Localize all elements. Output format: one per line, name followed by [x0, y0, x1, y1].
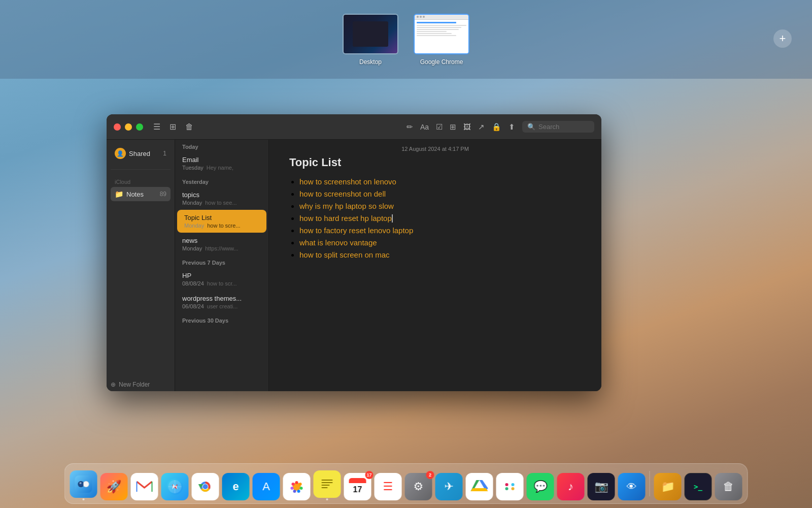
- search-input[interactable]: [538, 123, 589, 131]
- note-editor: 12 August 2024 at 4:17 PM Topic List how…: [269, 140, 601, 391]
- dock-item-reminders[interactable]: ☰: [375, 473, 402, 500]
- note-preview-news: https://www...: [205, 245, 238, 251]
- note-link-6[interactable]: what is lenovo vantage: [299, 238, 377, 247]
- drive-icon: [466, 473, 493, 500]
- calendar-badge: 17: [365, 471, 373, 479]
- chrome-icon: [192, 473, 219, 500]
- format-icon[interactable]: Aa: [420, 123, 429, 131]
- dock-item-edge[interactable]: e: [222, 473, 250, 500]
- list-item: what is lenovo vantage: [299, 238, 581, 247]
- note-link-1[interactable]: how to screenshot on lenovo: [299, 177, 396, 186]
- dock-item-photos[interactable]: [283, 473, 311, 500]
- delete-icon[interactable]: 🗑: [185, 122, 193, 132]
- dock-item-whatsapp[interactable]: 💬: [527, 473, 554, 500]
- svg-point-22: [300, 487, 303, 490]
- dock-item-notes[interactable]: [314, 470, 341, 500]
- svg-rect-29: [322, 482, 333, 483]
- dock-item-music[interactable]: ♪: [557, 473, 585, 500]
- note-content[interactable]: Topic List how to screenshot on lenovo h…: [269, 156, 601, 391]
- section-header-prev7: Previous 7 Days: [175, 256, 268, 268]
- note-item-wordpress[interactable]: wordpress themes... 06/08/24 user creati…: [175, 291, 268, 313]
- folder-dock-icon: 📁: [654, 473, 682, 500]
- notes-icon: [314, 470, 341, 498]
- dock-item-chrome[interactable]: [192, 473, 219, 500]
- sidebar-icloud-section: iCloud 📁 Notes 89: [107, 172, 175, 206]
- media-icon[interactable]: 🖼: [463, 122, 471, 131]
- dock-item-drive[interactable]: [466, 473, 493, 500]
- dock-item-iterm[interactable]: >_: [685, 473, 712, 500]
- note-link-5[interactable]: how to factory reset lenovo laptop: [299, 226, 413, 235]
- add-space-button[interactable]: +: [773, 29, 792, 48]
- close-button[interactable]: [114, 123, 121, 131]
- notes-window: ☰ ⊞ 🗑 ✏ Aa ☑ ⊞ 🖼 ↗ 🔒 ⬆ 🔍 👤 S: [107, 114, 601, 391]
- svg-text:17: 17: [353, 485, 362, 494]
- dock-item-settings[interactable]: 2 ⚙: [405, 473, 432, 500]
- note-item-topics[interactable]: topics Monday how to see...: [175, 187, 268, 210]
- dock-item-preview[interactable]: 👁: [618, 473, 646, 500]
- grid-view-icon[interactable]: ⊞: [170, 122, 176, 132]
- table-icon[interactable]: ⊞: [450, 122, 456, 132]
- section-header-yesterday: Yesterday: [175, 175, 268, 187]
- whatsapp-icon: 💬: [527, 473, 554, 500]
- dock-item-telegram[interactable]: ✈: [435, 473, 463, 500]
- lock-icon[interactable]: 🔒: [492, 122, 501, 132]
- note-item-news[interactable]: news Monday https://www...: [175, 233, 268, 256]
- section-header-today: Today: [175, 140, 268, 152]
- dock-item-slack[interactable]: [496, 473, 524, 500]
- note-link-2[interactable]: how to screenshot on dell: [299, 189, 386, 198]
- note-link-3[interactable]: why is my hp laptop so slow: [299, 202, 394, 210]
- fullscreen-button[interactable]: [136, 123, 143, 131]
- icloud-label: iCloud: [111, 177, 171, 187]
- note-title-wordpress: wordpress themes...: [182, 295, 261, 302]
- note-preview-email: Hey name,: [207, 165, 233, 171]
- dock-item-appstore[interactable]: A: [253, 473, 280, 500]
- space-desktop[interactable]: Desktop: [343, 14, 398, 66]
- note-link-7[interactable]: how to split screen on mac: [299, 250, 390, 259]
- sidebar-item-shared[interactable]: 👤 Shared 1: [111, 145, 171, 162]
- dock-item-safari[interactable]: [161, 473, 189, 500]
- checklist-icon[interactable]: ☑: [436, 122, 443, 132]
- toolbar-icons: ☰ ⊞ 🗑: [153, 122, 193, 132]
- share-icon[interactable]: ↗: [478, 122, 485, 132]
- dock-item-trash[interactable]: 🗑: [715, 473, 742, 500]
- note-item-email[interactable]: Email Tuesday Hey name,: [175, 152, 268, 175]
- note-meta-wordpress: 06/08/24 user creati...: [182, 303, 261, 309]
- new-folder-icon: ⊕: [111, 381, 116, 388]
- list-item-empty: [299, 263, 581, 271]
- svg-rect-30: [322, 485, 330, 486]
- list-item: how to factory reset lenovo laptop: [299, 226, 581, 235]
- svg-rect-45: [505, 484, 509, 486]
- svg-point-43: [505, 487, 509, 490]
- note-date-topics: Monday: [182, 200, 202, 206]
- note-preview-topic-list: how to scre...: [207, 223, 240, 229]
- search-bar[interactable]: 🔍: [522, 121, 594, 133]
- sidebar-item-notes[interactable]: 📁 Notes 89: [111, 187, 171, 201]
- svg-rect-28: [322, 480, 333, 481]
- settings-badge: 2: [426, 471, 434, 479]
- note-item-topic-list[interactable]: Topic List Monday how to scre...: [177, 210, 266, 233]
- dock-item-folder[interactable]: 📁: [654, 473, 682, 500]
- music-icon: ♪: [557, 473, 585, 500]
- dock-item-calendar[interactable]: 17 17: [344, 473, 371, 500]
- traffic-lights: [114, 123, 143, 131]
- list-view-icon[interactable]: ☰: [153, 122, 160, 132]
- note-item-hp[interactable]: HP 08/08/24 how to scr...: [175, 268, 268, 291]
- list-item: how to screenshot on dell: [299, 189, 581, 199]
- space-chrome[interactable]: Google Chrome: [414, 14, 469, 66]
- note-meta-hp: 08/08/24 how to scr...: [182, 280, 261, 287]
- sidebar-divider-1: [111, 169, 171, 170]
- dock-item-photobooth[interactable]: 📷: [588, 473, 615, 500]
- minimize-button[interactable]: [125, 123, 132, 131]
- dock-item-gmail[interactable]: [131, 473, 158, 500]
- note-date-topic-list: Monday: [184, 223, 204, 229]
- note-meta-topics: Monday how to see...: [182, 200, 261, 206]
- compose-icon[interactable]: ✏: [407, 122, 413, 132]
- export-icon[interactable]: ⬆: [509, 122, 515, 132]
- space-chrome-label: Google Chrome: [420, 58, 463, 66]
- note-link-4[interactable]: how to hard reset hp laptop: [299, 214, 393, 223]
- svg-point-18: [203, 484, 208, 489]
- dock-item-finder[interactable]: [70, 470, 97, 500]
- new-folder-button[interactable]: ⊕ New Folder: [107, 378, 175, 391]
- dock-item-launchpad[interactable]: 🚀: [100, 473, 128, 500]
- note-title-topics: topics: [182, 191, 261, 199]
